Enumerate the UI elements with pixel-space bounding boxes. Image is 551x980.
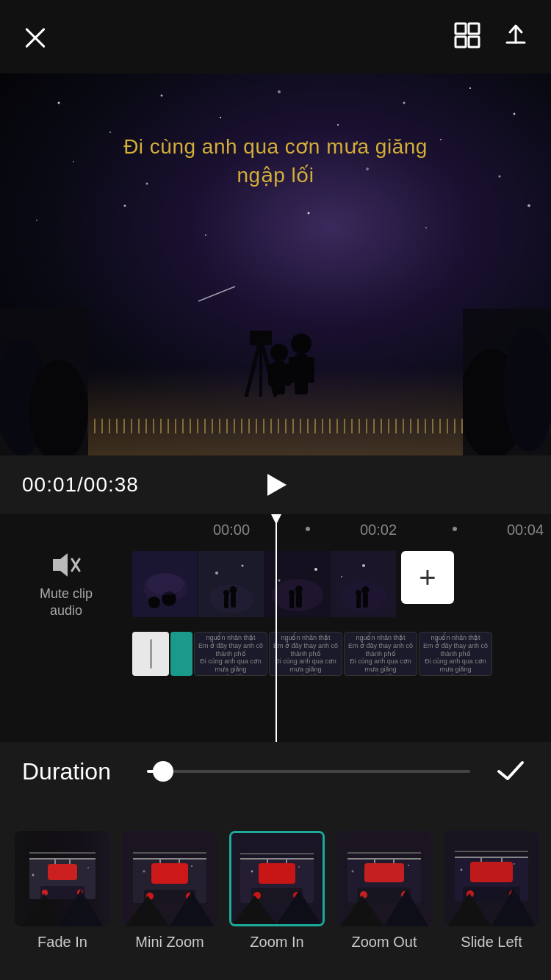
playback-bar: 00:01/00:38 [0,455,551,514]
playhead[interactable] [276,514,277,742]
svg-rect-37 [250,331,272,345]
transition-item-zoom-in[interactable]: Zoom In [229,831,325,951]
svg-point-12 [403,102,406,104]
video-clips-track[interactable]: + [132,551,551,617]
video-preview: Đi cùng anh qua cơn mưa giăng ngập lối [0,73,551,455]
svg-point-75 [356,590,361,596]
svg-point-147 [461,868,463,871]
clip-thumb-1 [132,551,198,617]
add-icon: + [419,563,436,592]
clip-thumb-2 [198,551,264,617]
transition-thumb-mini-zoom[interactable] [122,831,217,926]
svg-rect-45 [308,357,314,383]
svg-point-72 [341,576,342,577]
top-bar [0,0,551,73]
duration-thumb[interactable] [153,761,173,782]
transition-thumb-zoom-out[interactable] [336,831,432,926]
add-clip-button[interactable]: + [401,551,454,604]
transition-label-zoom-in: Zoom In [250,934,303,951]
duration-section: Duration [0,742,551,801]
transition-thumb-fade-in[interactable] [15,831,110,926]
svg-rect-110 [259,863,295,884]
subtitle-block-3[interactable]: Cùng tớ tìm xem nguồn nhân thậtEm ở đây … [344,632,417,676]
duration-label: Duration [22,758,125,785]
transition-label-zoom-out: Zoom Out [352,934,417,951]
svg-rect-3 [469,37,479,47]
mute-label: Mute clipaudio [40,586,93,620]
svg-point-63 [314,568,317,571]
duration-confirm-button[interactable] [492,753,529,790]
transition-item-slide-left[interactable]: Slide Left [444,831,539,951]
svg-point-22 [124,205,126,207]
svg-point-71 [362,564,365,567]
svg-rect-44 [289,357,295,383]
svg-point-56 [242,565,244,567]
close-button[interactable] [22,24,48,50]
svg-point-42 [291,334,311,354]
svg-rect-60 [231,593,236,608]
subtitle-clips[interactable]: Cùng tớ tìm xem nguồn nhân thậtEm ở đây … [132,632,492,676]
video-clip [132,551,397,617]
svg-point-9 [220,117,221,118]
svg-point-133 [352,870,354,872]
transition-label-mini-zoom: Mini Zoom [135,934,204,951]
svg-rect-39 [273,361,285,394]
svg-rect-74 [356,595,361,608]
svg-point-21 [36,220,37,221]
video-subtitle: Đi cùng anh qua cơn mưa giăng ngập lối [123,132,428,190]
svg-rect-40 [268,364,274,386]
mute-button[interactable] [50,549,82,581]
clip-thumb-3 [264,551,331,617]
fullscreen-button[interactable] [454,22,480,51]
svg-point-26 [527,204,530,207]
svg-point-148 [514,863,515,865]
svg-point-120 [298,866,300,868]
share-button[interactable] [503,22,529,51]
svg-point-53 [147,573,184,595]
transitions-section: Fade In [0,801,551,980]
svg-rect-2 [455,37,466,47]
svg-point-14 [514,113,516,115]
svg-rect-76 [363,593,368,608]
transition-item-fade-in[interactable]: Fade In [15,831,110,951]
svg-point-67 [289,590,295,596]
svg-point-59 [223,590,229,596]
svg-point-10 [278,90,281,93]
duration-slider[interactable] [147,770,470,773]
subtitle-block-1[interactable]: Cùng tớ tìm xem nguồn nhân thậtEm ở đây … [194,632,267,676]
svg-point-24 [308,212,310,215]
svg-rect-58 [224,595,228,608]
svg-point-61 [230,586,237,594]
transition-item-mini-zoom[interactable]: Mini Zoom [122,831,217,951]
svg-point-91 [32,873,35,876]
transition-label-fade-in: Fade In [37,934,87,951]
svg-rect-124 [364,863,404,882]
transition-item-zoom-out[interactable]: Zoom Out [336,831,432,951]
svg-rect-0 [455,24,466,34]
transition-thumb-zoom-in[interactable] [229,831,325,926]
subtitle-block-start[interactable] [132,632,169,676]
svg-rect-138 [470,862,513,882]
subtitle-block-4[interactable]: Cùng tớ tìm xem nguồn nhân thậtEm ở đây … [419,632,492,676]
ruler-dot-2 [453,527,457,531]
svg-point-92 [87,867,89,868]
trees-left [0,309,88,455]
play-icon [267,474,287,496]
svg-point-15 [73,161,74,162]
svg-point-11 [337,124,339,126]
svg-point-106 [191,865,192,867]
transition-thumb-slide-left[interactable] [444,831,539,926]
svg-point-51 [148,597,160,608]
svg-point-8 [161,95,163,97]
timecode: 00:01/00:38 [22,473,139,497]
trees-right [463,309,551,455]
clip-thumb-4 [331,551,397,617]
timeline-area: 00:00 00:02 00:04 Mute clipaudio [0,514,551,742]
subtitle-block-teal[interactable] [170,632,192,676]
svg-point-119 [251,870,253,872]
play-button[interactable] [257,466,294,503]
subtitle-block-2[interactable]: Cùng tớ tìm xem nguồn nhân thậtEm ở đây … [269,632,342,676]
svg-rect-66 [289,595,294,608]
svg-point-13 [469,87,471,89]
svg-point-25 [425,227,427,228]
